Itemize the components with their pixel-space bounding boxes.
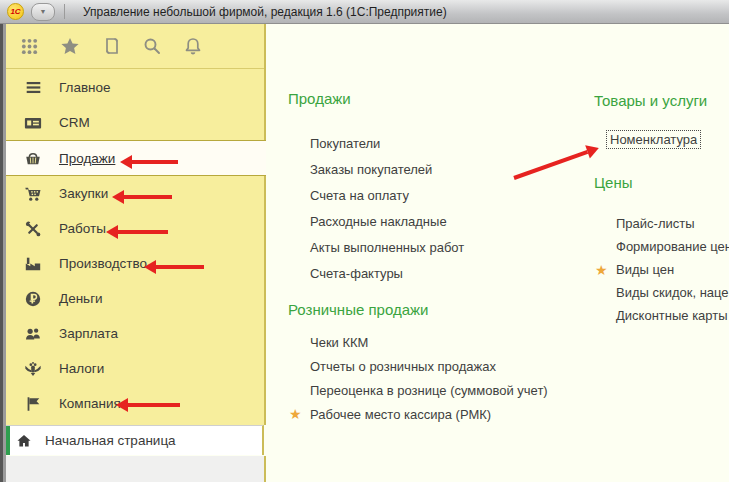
notifications-bell-icon[interactable] <box>183 36 203 56</box>
command-link[interactable]: Покупатели <box>288 130 464 156</box>
command-link[interactable]: Чеки ККМ <box>288 330 548 354</box>
sections-panel: Главное CRM <box>6 24 266 482</box>
app-logo-1c-icon: 1С <box>7 3 24 20</box>
sidebar-item-dengi[interactable]: Деньги <box>6 281 264 316</box>
command-link[interactable]: Отчеты о розничных продажах <box>288 354 548 378</box>
apps-grid-icon[interactable] <box>19 36 39 56</box>
command-link[interactable]: ★ Рабочее место кассира (РМК) <box>288 402 548 426</box>
section-items-roznichnye: Чеки ККМ Отчеты о розничных продажах Пер… <box>288 330 548 426</box>
section-header-roznichnye-prodazhi: Розничные продажи <box>288 301 428 318</box>
flag-icon <box>24 395 42 413</box>
cart-icon <box>24 185 42 203</box>
command-label: Счета на оплату <box>310 188 409 203</box>
annotation-arrow-zakupki <box>124 195 172 199</box>
command-label: Переоценка в рознице (суммовой учет) <box>310 383 548 398</box>
sidebar-item-label: Закупки <box>59 186 108 201</box>
factory-icon <box>24 255 42 273</box>
search-icon[interactable] <box>142 36 162 56</box>
section-functions-panel: Продажи Покупатели Заказы покупателей Сч… <box>268 24 729 482</box>
sections-menu: Главное CRM <box>6 70 264 421</box>
command-label: Рабочее место кассира (РМК) <box>310 407 491 422</box>
sidebar-item-zarplata[interactable]: Зарплата <box>6 316 264 351</box>
annotation-arrow-prodazhi <box>132 160 178 164</box>
sidebar-item-glavnoe[interactable]: Главное <box>6 70 264 105</box>
home-icon <box>15 432 33 450</box>
annotation-arrow-kompaniya <box>128 403 180 407</box>
sidebar-item-raboty[interactable]: Работы <box>6 211 264 246</box>
sidebar-item-label: Производство <box>59 256 147 271</box>
favorite-star-icon: ★ <box>595 263 608 277</box>
sidebar-item-label: Зарплата <box>59 326 118 341</box>
command-link[interactable]: Акты выполненных работ <box>288 234 464 260</box>
command-label: Акты выполненных работ <box>310 240 464 255</box>
command-link[interactable]: Счета-фактуры <box>288 260 464 286</box>
command-link[interactable]: Переоценка в рознице (суммовой учет) <box>288 378 548 402</box>
sidebar-item-prodazhi[interactable]: Продажи <box>6 140 266 176</box>
title-bar: 1С ▼ Управление небольшой фирмой, редакц… <box>0 0 729 24</box>
sidebar-item-proizvodstvo[interactable]: Производство <box>6 246 264 281</box>
section-header-prodazhi: Продажи <box>288 90 351 107</box>
main-menu-dropdown-button[interactable]: ▼ <box>31 3 55 21</box>
sections-panel-background: Главное CRM <box>6 24 266 425</box>
command-link[interactable]: Виды скидок, наце <box>594 281 729 304</box>
annotation-arrow-proizvodstvo <box>156 265 204 269</box>
command-link[interactable]: ★ Виды цен <box>594 258 729 281</box>
annotation-arrow-raboty <box>118 230 168 234</box>
sidebar-item-label: Главное <box>59 80 111 95</box>
sidebar-item-label: Начальная страница <box>45 433 176 448</box>
window-title: Управление небольшой фирмой, редакция 1.… <box>83 5 447 19</box>
command-label: Покупатели <box>310 136 380 151</box>
sidebar-item-label: Компания <box>59 396 121 411</box>
command-link-nomenklatura[interactable]: Номенклатура <box>594 126 701 152</box>
section-header-tseny: Цены <box>594 174 633 191</box>
active-page-marker <box>6 426 10 455</box>
command-label: Виды скидок, наце <box>616 285 729 300</box>
basket-icon <box>24 149 42 167</box>
sidebar-item-label: Работы <box>59 221 106 236</box>
crm-card-icon <box>24 114 42 132</box>
command-link[interactable]: Расходные накладные <box>288 208 464 234</box>
sidebar-item-nalogi[interactable]: Налоги <box>6 351 264 386</box>
sidebar-item-home-page[interactable]: Начальная страница <box>6 425 264 455</box>
sidebar-item-crm[interactable]: CRM <box>6 105 264 140</box>
section-items-tseny: Прайс-листы Формирование цен ★ Виды цен … <box>594 212 729 327</box>
tools-icon <box>24 220 42 238</box>
section-header-tovary-i-uslugi: Товары и услуги <box>594 92 707 109</box>
command-label: Заказы покупателей <box>310 162 432 177</box>
section-items-tovary: Номенклатура <box>594 126 701 152</box>
sidebar-item-label: Продажи <box>59 151 115 166</box>
command-link[interactable]: Счета на оплату <box>288 182 464 208</box>
command-label: Виды цен <box>616 262 674 277</box>
eagle-emblem-icon <box>24 360 42 378</box>
command-label: Чеки ККМ <box>310 335 368 350</box>
command-link[interactable]: Формирование цен <box>594 235 729 258</box>
panel-toolbar <box>6 24 264 69</box>
favorite-star-icon: ★ <box>289 407 302 421</box>
sidebar-item-label: CRM <box>59 115 90 130</box>
command-label: Дисконтные карты <box>616 308 728 323</box>
command-label: Счета-фактуры <box>310 266 403 281</box>
command-label: Формирование цен <box>616 239 729 254</box>
command-label: Прайс-листы <box>616 216 695 231</box>
sidebar-item-label: Деньги <box>59 291 103 306</box>
people-icon <box>24 325 42 343</box>
command-label: Расходные накладные <box>310 214 447 229</box>
command-label: Номенклатура <box>606 130 701 149</box>
ruble-coin-icon <box>24 290 42 308</box>
command-link[interactable]: Прайс-листы <box>594 212 729 235</box>
command-label: Отчеты о розничных продажах <box>310 359 496 374</box>
titlebar-divider <box>64 4 65 19</box>
favorites-star-icon[interactable] <box>60 36 80 56</box>
command-link[interactable]: Дисконтные карты <box>594 304 729 327</box>
sidebar-item-zakupki[interactable]: Закупки <box>6 176 264 211</box>
sidebar-footer-area <box>6 456 266 482</box>
command-link[interactable]: Заказы покупателей <box>288 156 464 182</box>
hamburger-menu-icon <box>24 79 42 97</box>
sidebar-item-label: Налоги <box>59 361 104 376</box>
section-items-prodazhi: Покупатели Заказы покупателей Счета на о… <box>288 130 464 286</box>
history-icon[interactable] <box>101 36 121 56</box>
